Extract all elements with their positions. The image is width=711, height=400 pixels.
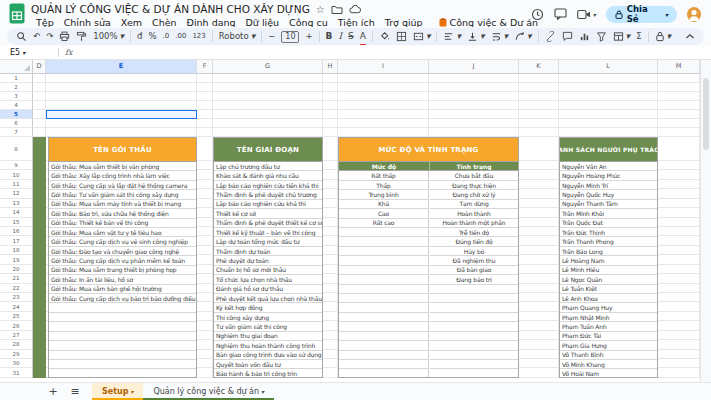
row-header-26[interactable]: 26	[0, 321, 33, 330]
merge-cells-icon[interactable]: ▾	[413, 28, 431, 45]
row-header-6[interactable]: 6	[0, 119, 33, 128]
row-header-12[interactable]: 12	[0, 189, 33, 198]
row-header-18[interactable]: 18	[0, 246, 33, 255]
row-header-13[interactable]: 13	[0, 199, 33, 208]
menu-inh-dang[interactable]: Định dạng	[182, 17, 241, 28]
star-icon[interactable]: ☆	[316, 5, 325, 14]
row-header-14[interactable]: 14	[0, 208, 33, 217]
text-wrap-icon[interactable]: ▾	[491, 28, 509, 45]
sheet-tab-caret-icon[interactable]: ▾	[130, 388, 133, 395]
row-header-30[interactable]: 30	[0, 359, 33, 368]
insert-link-icon[interactable]	[545, 31, 556, 42]
vertical-scrollbar-thumb[interactable]	[703, 78, 709, 150]
format-currency-button[interactable]: đ	[137, 28, 142, 45]
avatar[interactable]	[687, 7, 701, 22]
row-header-4[interactable]: 4	[0, 101, 33, 110]
row-header-15[interactable]: 15	[0, 218, 33, 227]
row-header-22[interactable]: 22	[0, 284, 33, 293]
meet-video-icon[interactable]: ▾	[577, 9, 596, 20]
row-header-5[interactable]: 5	[0, 110, 33, 119]
menu-du-lieu[interactable]: Dữ liệu	[241, 17, 285, 28]
all-sheets-button[interactable]: ≡	[64, 383, 86, 400]
strikethrough-button[interactable]: S	[348, 28, 354, 45]
sheets-logo-icon[interactable]	[9, 3, 25, 24]
formula-input[interactable]	[72, 46, 711, 59]
row-header-19[interactable]: 19	[0, 255, 33, 264]
column-header-i[interactable]: I	[338, 60, 429, 74]
column-header-l[interactable]: L	[559, 60, 658, 74]
move-folder-icon[interactable]	[331, 4, 343, 15]
insert-comment-icon[interactable]	[562, 31, 573, 42]
row-header-1[interactable]: 1	[0, 74, 33, 83]
text-color-button[interactable]: A	[360, 28, 366, 45]
borders-icon[interactable]	[396, 31, 407, 42]
font-select[interactable]: Roboto▾	[219, 28, 255, 45]
vertical-scrollbar[interactable]	[700, 60, 711, 382]
menu-tro-giup[interactable]: Trợ giúp	[380, 17, 428, 28]
row-header-16[interactable]: 16	[0, 227, 33, 236]
select-all-corner[interactable]	[0, 60, 33, 74]
zoom-select[interactable]: 100%▾	[93, 28, 124, 45]
menu-chen[interactable]: Chèn	[147, 17, 182, 28]
meet-caret-icon[interactable]: ▾	[593, 11, 596, 18]
row-header-3[interactable]: 3	[0, 92, 33, 101]
search-icon[interactable]	[16, 31, 27, 42]
comments-icon[interactable]	[554, 8, 567, 20]
italic-button[interactable]: I	[338, 28, 342, 45]
column-header-h[interactable]: H	[323, 60, 338, 74]
column-header-m[interactable]: M	[658, 60, 700, 74]
row-header-17[interactable]: 17	[0, 236, 33, 245]
row-header-24[interactable]: 24	[0, 302, 33, 311]
selected-cell-e5[interactable]	[46, 110, 197, 119]
table-icon[interactable]: ▾	[613, 28, 631, 45]
share-caret-icon[interactable]: ▾	[665, 11, 668, 18]
row-header-25[interactable]: 25	[0, 312, 33, 321]
increase-decimal-button[interactable]: .00	[175, 28, 186, 45]
bold-button[interactable]: B	[326, 28, 333, 45]
menu-chinh-sua[interactable]: Chỉnh sửa	[59, 17, 116, 28]
row-header-21[interactable]: 21	[0, 274, 33, 283]
column-header-k[interactable]: K	[519, 60, 559, 74]
share-button[interactable]: Chia Sẻ ▾	[606, 6, 677, 23]
row-header-9[interactable]: 9	[0, 161, 33, 170]
row-header-31[interactable]: 31	[0, 368, 33, 377]
menu-tep[interactable]: Tệp	[31, 17, 59, 28]
column-header-j[interactable]: J	[429, 60, 519, 74]
column-header-d[interactable]: D	[33, 60, 46, 74]
decrease-decimal-button[interactable]: .0	[163, 28, 170, 45]
menu-addon[interactable]: Công việc & Dự án	[434, 17, 544, 28]
increase-font-size-button[interactable]: +	[305, 28, 312, 45]
add-sheet-button[interactable]: +	[42, 383, 64, 400]
paint-format-icon[interactable]	[76, 31, 87, 42]
column-header-g[interactable]: G	[213, 60, 323, 74]
insert-chart-icon[interactable]	[579, 31, 590, 42]
menu-cong-cu[interactable]: Công cụ	[284, 17, 333, 28]
row-header-10[interactable]: 10	[0, 170, 33, 179]
grid-body[interactable]: TÊN GÓI THẦU Gói thầu: Mua sắm thiết bị …	[0, 74, 700, 382]
row-header-8[interactable]: 8	[0, 137, 33, 161]
row-header-20[interactable]: 20	[0, 265, 33, 274]
decrease-font-size-button[interactable]: −	[268, 28, 275, 45]
protect-range-icon[interactable]: ▾	[655, 28, 672, 45]
fill-color-icon[interactable]	[379, 31, 390, 42]
functions-icon[interactable]: Σ	[636, 28, 641, 45]
filter-icon[interactable]	[596, 31, 607, 42]
sheet-tab-caret-icon[interactable]: ▾	[261, 388, 264, 395]
row-header-27[interactable]: 27	[0, 331, 33, 340]
version-history-icon[interactable]	[531, 8, 544, 21]
horizontal-align-icon[interactable]: ▾	[443, 28, 461, 45]
row-header-23[interactable]: 23	[0, 293, 33, 302]
sheet-tab-quan-ly-cong-viec-du-an[interactable]: Quản lý công việc & dự án▾	[143, 383, 274, 400]
menu-tien-ich[interactable]: Tiện ích	[333, 17, 380, 28]
font-size-input[interactable]: 10	[281, 31, 299, 43]
cell-name-box[interactable]: E5 ▾	[0, 48, 52, 57]
column-header-e[interactable]: E	[46, 60, 197, 74]
row-header-29[interactable]: 29	[0, 350, 33, 359]
undo-icon[interactable]: ↶	[33, 28, 40, 45]
redo-icon[interactable]: ↷	[46, 28, 53, 45]
format-percent-button[interactable]: %	[149, 28, 157, 45]
row-header-7[interactable]: 7	[0, 128, 33, 137]
sheet-tab-setup[interactable]: Setup▾	[92, 383, 143, 400]
column-header-f[interactable]: F	[197, 60, 213, 74]
row-header-28[interactable]: 28	[0, 340, 33, 349]
